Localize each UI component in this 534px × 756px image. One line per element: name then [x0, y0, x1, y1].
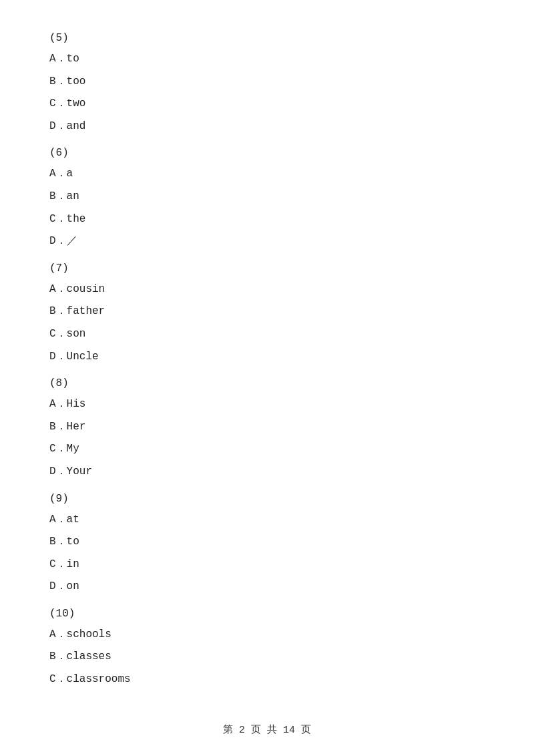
option-q7-1: B．father	[49, 303, 485, 321]
option-q9-0: A．at	[49, 512, 485, 529]
option-q7-0: A．cousin	[49, 281, 485, 299]
option-q9-1: B．to	[49, 534, 485, 551]
option-q9-2: C．in	[49, 556, 485, 574]
question-number-10: (10)	[49, 608, 485, 620]
option-q5-0: A．to	[49, 51, 485, 68]
question-number-9: (9)	[49, 493, 485, 505]
option-q6-0: A．a	[49, 166, 485, 183]
question-number-8: (8)	[49, 377, 485, 389]
option-q5-2: C．two	[49, 96, 485, 113]
option-q8-1: B．Her	[49, 419, 485, 436]
option-q10-2: C．classrooms	[49, 671, 485, 689]
question-number-7: (7)	[49, 262, 485, 274]
option-q10-1: B．classes	[49, 648, 485, 666]
option-q8-3: D．Your	[49, 463, 485, 481]
page-content: (5)A．toB．tooC．twoD．and(6)A．aB．anC．theD．／…	[0, 0, 534, 734]
question-number-6: (6)	[49, 147, 485, 159]
footer-text: 第 2 页 共 14 页	[223, 725, 311, 736]
option-q7-3: D．Uncle	[49, 349, 485, 366]
option-q6-3: D．／	[49, 233, 485, 250]
option-q5-3: D．and	[49, 118, 485, 136]
question-number-5: (5)	[49, 32, 485, 44]
option-q5-1: B．too	[49, 73, 485, 91]
option-q6-1: B．an	[49, 188, 485, 206]
option-q8-2: C．My	[49, 441, 485, 458]
option-q9-3: D．on	[49, 578, 485, 596]
page-footer: 第 2 页 共 14 页	[0, 723, 534, 736]
option-q6-2: C．the	[49, 211, 485, 228]
option-q8-0: A．His	[49, 396, 485, 413]
option-q7-2: C．son	[49, 326, 485, 343]
option-q10-0: A．schools	[49, 626, 485, 644]
